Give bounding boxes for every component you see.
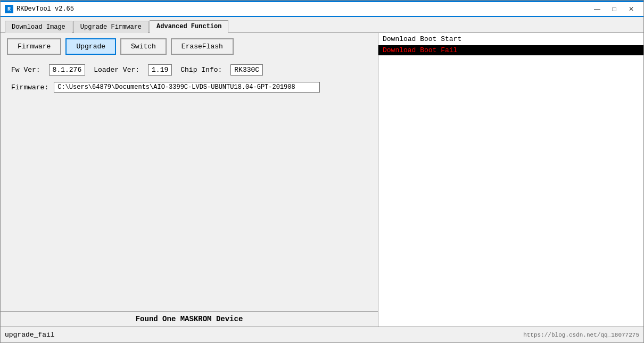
info-row: Fw Ver: 8.1.276 Loader Ver: 1.19 Chip In… xyxy=(1,60,378,80)
tab-advanced-function[interactable]: Advanced Function xyxy=(150,20,228,33)
main-content: Firmware Upgrade Switch EraseFlash Fw Ve… xyxy=(1,33,643,327)
left-spacer xyxy=(1,95,378,311)
log-header: Download Boot Start xyxy=(378,33,643,45)
bottom-bar: upgrade_fail https://blog.csdn.net/qq_18… xyxy=(1,327,643,342)
firmware-row: Firmware: C:\Users\64879\Documents\AIO-3… xyxy=(1,80,378,95)
tab-bar: Download Image Upgrade Firmware Advanced… xyxy=(1,17,643,33)
left-panel: Firmware Upgrade Switch EraseFlash Fw Ve… xyxy=(1,33,378,327)
upgrade-fail-text: upgrade_fail xyxy=(5,331,55,339)
main-window: R RKDevTool v2.65 — □ ✕ Download Image U… xyxy=(0,0,644,343)
fw-ver-field: 8.1.276 xyxy=(49,64,86,76)
title-bar: R RKDevTool v2.65 — □ ✕ xyxy=(1,2,643,17)
chip-info-label: Chip Info: xyxy=(180,66,222,74)
minimize-button[interactable]: — xyxy=(589,4,605,14)
website-link: https://blog.csdn.net/qq_18077275 xyxy=(523,332,639,338)
status-bar: Found One MASKROM Device xyxy=(1,311,378,327)
firmware-path-field[interactable]: C:\Users\64879\Documents\AIO-3399C-LVDS-… xyxy=(54,82,320,93)
fw-ver-label: Fw Ver: xyxy=(11,66,40,74)
maximize-button[interactable]: □ xyxy=(606,4,622,14)
upgrade-button[interactable]: Upgrade xyxy=(65,38,116,55)
status-message: Found One MASKROM Device xyxy=(136,315,243,323)
log-fail-entry: Download Boot Fail xyxy=(378,45,643,55)
right-panel: Download Boot Start Download Boot Fail xyxy=(378,33,643,327)
function-buttons-row: Firmware Upgrade Switch EraseFlash xyxy=(1,33,378,60)
window-controls: — □ ✕ xyxy=(589,4,639,14)
switch-button[interactable]: Switch xyxy=(120,38,167,55)
title-bar-left: R RKDevTool v2.65 xyxy=(5,5,74,13)
window-title: RKDevTool v2.65 xyxy=(16,5,74,13)
chip-info-field: RK330C xyxy=(230,64,263,76)
eraseflash-button[interactable]: EraseFlash xyxy=(171,38,234,55)
loader-ver-label: Loader Ver: xyxy=(94,66,139,74)
log-content xyxy=(378,55,643,327)
firmware-button[interactable]: Firmware xyxy=(7,38,61,55)
tab-upgrade-firmware[interactable]: Upgrade Firmware xyxy=(73,21,148,33)
tab-download-image[interactable]: Download Image xyxy=(5,21,72,33)
loader-ver-field: 1.19 xyxy=(148,64,172,76)
close-button[interactable]: ✕ xyxy=(623,4,639,14)
firmware-label: Firmware: xyxy=(11,83,48,91)
app-icon: R xyxy=(5,5,13,13)
